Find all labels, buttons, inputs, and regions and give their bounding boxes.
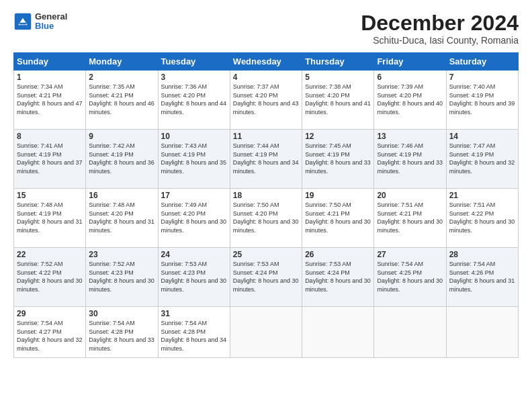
cell-info: Sunrise: 7:51 AMSunset: 4:21 PMDaylight:… <box>377 201 443 234</box>
table-cell: 31 Sunrise: 7:54 AMSunset: 4:28 PMDaylig… <box>158 307 230 358</box>
day-number: 25 <box>233 250 299 259</box>
col-sunday: Sunday <box>14 53 86 71</box>
cell-info: Sunrise: 7:48 AMSunset: 4:19 PMDaylight:… <box>17 201 83 234</box>
day-number: 27 <box>377 250 443 259</box>
table-cell <box>374 307 446 358</box>
day-number: 4 <box>233 73 299 82</box>
cell-info: Sunrise: 7:42 AMSunset: 4:19 PMDaylight:… <box>89 142 154 175</box>
cell-info: Sunrise: 7:50 AMSunset: 4:20 PMDaylight:… <box>233 201 299 234</box>
day-number: 9 <box>89 132 154 141</box>
table-cell: 16 Sunrise: 7:48 AMSunset: 4:20 PMDaylig… <box>86 189 158 248</box>
col-saturday: Saturday <box>446 53 518 71</box>
logo-icon <box>13 12 32 31</box>
cell-info: Sunrise: 7:53 AMSunset: 4:23 PMDaylight:… <box>161 261 227 293</box>
cell-info: Sunrise: 7:35 AMSunset: 4:21 PMDaylight:… <box>89 83 154 116</box>
cell-info: Sunrise: 7:45 AMSunset: 4:19 PMDaylight:… <box>305 142 371 175</box>
cell-info: Sunrise: 7:54 AMSunset: 4:28 PMDaylight:… <box>161 320 227 352</box>
cell-info: Sunrise: 7:37 AMSunset: 4:20 PMDaylight:… <box>233 83 299 116</box>
logo-blue: Blue <box>35 21 67 31</box>
table-cell <box>446 307 518 358</box>
col-friday: Friday <box>374 53 446 71</box>
col-monday: Monday <box>86 53 158 71</box>
day-number: 5 <box>305 73 371 82</box>
day-number: 23 <box>89 250 154 259</box>
table-cell: 17 Sunrise: 7:49 AMSunset: 4:20 PMDaylig… <box>158 189 230 248</box>
day-number: 16 <box>89 191 154 200</box>
table-cell: 10 Sunrise: 7:43 AMSunset: 4:19 PMDaylig… <box>158 130 230 189</box>
day-number: 6 <box>377 73 443 82</box>
table-cell: 24 Sunrise: 7:53 AMSunset: 4:23 PMDaylig… <box>158 248 230 307</box>
table-cell: 12 Sunrise: 7:45 AMSunset: 4:19 PMDaylig… <box>302 130 374 189</box>
cell-info: Sunrise: 7:48 AMSunset: 4:20 PMDaylight:… <box>89 201 154 234</box>
table-cell: 8 Sunrise: 7:41 AMSunset: 4:19 PMDayligh… <box>14 130 86 189</box>
table-cell: 18 Sunrise: 7:50 AMSunset: 4:20 PMDaylig… <box>230 189 302 248</box>
cell-info: Sunrise: 7:52 AMSunset: 4:23 PMDaylight:… <box>89 261 154 293</box>
cell-info: Sunrise: 7:54 AMSunset: 4:26 PMDaylight:… <box>449 261 515 293</box>
cell-info: Sunrise: 7:54 AMSunset: 4:25 PMDaylight:… <box>377 261 443 293</box>
table-cell: 27 Sunrise: 7:54 AMSunset: 4:25 PMDaylig… <box>374 248 446 307</box>
day-number: 22 <box>17 250 83 259</box>
day-number: 3 <box>161 73 227 82</box>
table-cell: 25 Sunrise: 7:53 AMSunset: 4:24 PMDaylig… <box>230 248 302 307</box>
day-number: 18 <box>233 191 299 200</box>
day-number: 13 <box>377 132 443 141</box>
cell-info: Sunrise: 7:39 AMSunset: 4:20 PMDaylight:… <box>377 83 443 116</box>
cell-info: Sunrise: 7:41 AMSunset: 4:19 PMDaylight:… <box>17 142 83 175</box>
day-number: 12 <box>305 132 371 141</box>
cell-info: Sunrise: 7:52 AMSunset: 4:22 PMDaylight:… <box>17 261 83 293</box>
day-number: 19 <box>305 191 371 200</box>
table-cell: 11 Sunrise: 7:44 AMSunset: 4:19 PMDaylig… <box>230 130 302 189</box>
cell-info: Sunrise: 7:54 AMSunset: 4:27 PMDaylight:… <box>17 320 83 352</box>
day-number: 1 <box>17 73 83 82</box>
day-number: 21 <box>449 191 515 200</box>
day-number: 29 <box>17 309 83 318</box>
day-number: 26 <box>305 250 371 259</box>
table-cell: 3 Sunrise: 7:36 AMSunset: 4:20 PMDayligh… <box>158 71 230 130</box>
table-cell: 14 Sunrise: 7:47 AMSunset: 4:19 PMDaylig… <box>446 130 518 189</box>
day-number: 31 <box>161 309 227 318</box>
table-cell: 29 Sunrise: 7:54 AMSunset: 4:27 PMDaylig… <box>14 307 86 358</box>
page: General Blue December 2024 Schitu-Duca, … <box>0 0 532 411</box>
table-cell: 21 Sunrise: 7:51 AMSunset: 4:22 PMDaylig… <box>446 189 518 248</box>
cell-info: Sunrise: 7:54 AMSunset: 4:28 PMDaylight:… <box>89 320 154 352</box>
cell-info: Sunrise: 7:50 AMSunset: 4:21 PMDaylight:… <box>305 201 371 234</box>
day-number: 7 <box>449 73 515 82</box>
day-number: 15 <box>17 191 83 200</box>
table-cell: 19 Sunrise: 7:50 AMSunset: 4:21 PMDaylig… <box>302 189 374 248</box>
col-thursday: Thursday <box>302 53 374 71</box>
cell-info: Sunrise: 7:49 AMSunset: 4:20 PMDaylight:… <box>161 201 227 234</box>
day-number: 10 <box>161 132 227 141</box>
logo: General Blue <box>13 12 67 32</box>
table-cell <box>302 307 374 358</box>
cell-info: Sunrise: 7:53 AMSunset: 4:24 PMDaylight:… <box>305 261 371 293</box>
cell-info: Sunrise: 7:36 AMSunset: 4:20 PMDaylight:… <box>161 83 227 116</box>
cell-info: Sunrise: 7:51 AMSunset: 4:22 PMDaylight:… <box>449 201 515 234</box>
col-wednesday: Wednesday <box>230 53 302 71</box>
cell-info: Sunrise: 7:44 AMSunset: 4:19 PMDaylight:… <box>233 142 299 175</box>
header: General Blue December 2024 Schitu-Duca, … <box>13 12 519 46</box>
calendar-table: Sunday Monday Tuesday Wednesday Thursday… <box>13 52 519 358</box>
cell-info: Sunrise: 7:46 AMSunset: 4:19 PMDaylight:… <box>377 142 443 175</box>
table-cell: 13 Sunrise: 7:46 AMSunset: 4:19 PMDaylig… <box>374 130 446 189</box>
day-number: 2 <box>89 73 154 82</box>
cell-info: Sunrise: 7:53 AMSunset: 4:24 PMDaylight:… <box>233 261 299 293</box>
table-cell: 1 Sunrise: 7:34 AMSunset: 4:21 PMDayligh… <box>14 71 86 130</box>
day-number: 11 <box>233 132 299 141</box>
col-tuesday: Tuesday <box>158 53 230 71</box>
svg-rect-2 <box>19 23 27 25</box>
day-number: 28 <box>449 250 515 259</box>
title-area: December 2024 Schitu-Duca, Iasi County, … <box>361 12 519 46</box>
table-cell: 28 Sunrise: 7:54 AMSunset: 4:26 PMDaylig… <box>446 248 518 307</box>
day-number: 20 <box>377 191 443 200</box>
table-cell: 2 Sunrise: 7:35 AMSunset: 4:21 PMDayligh… <box>86 71 158 130</box>
table-cell: 5 Sunrise: 7:38 AMSunset: 4:20 PMDayligh… <box>302 71 374 130</box>
day-number: 8 <box>17 132 83 141</box>
day-number: 17 <box>161 191 227 200</box>
logo-text: General Blue <box>35 12 67 32</box>
table-cell: 30 Sunrise: 7:54 AMSunset: 4:28 PMDaylig… <box>86 307 158 358</box>
day-number: 30 <box>89 309 154 318</box>
table-cell: 6 Sunrise: 7:39 AMSunset: 4:20 PMDayligh… <box>374 71 446 130</box>
cell-info: Sunrise: 7:47 AMSunset: 4:19 PMDaylight:… <box>449 142 515 175</box>
day-number: 14 <box>449 132 515 141</box>
cell-info: Sunrise: 7:43 AMSunset: 4:19 PMDaylight:… <box>161 142 227 175</box>
